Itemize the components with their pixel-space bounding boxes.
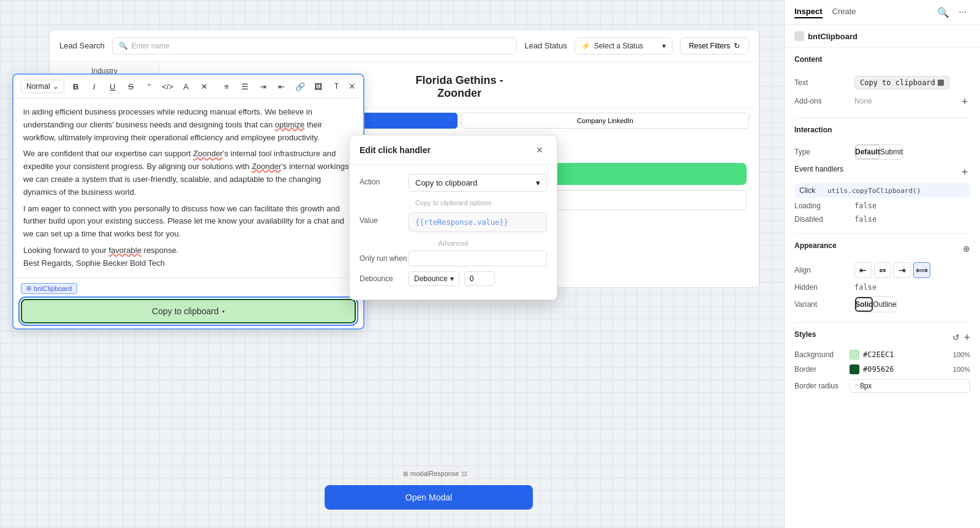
addons-value: None [854,94,872,108]
border-row: Border #095626 100% [794,364,970,374]
lead-status-label: Lead Status [524,41,567,50]
debounce-input[interactable] [464,271,495,286]
border-radius-value: 8px [860,382,872,390]
ol-button[interactable]: ≡ [219,78,235,94]
open-modal-button[interactable]: Open Modal [325,485,533,510]
tab-create[interactable]: Create [832,7,856,18]
more-options-button[interactable]: ··· [956,5,970,20]
disabled-value: false [854,215,876,224]
background-pct: 100% [953,351,970,358]
text-value-tag[interactable]: Copy to clipboard [854,76,949,89]
format-select[interactable]: Normal ⌄ [21,80,64,93]
value-control: {{rteResponse.value}} [409,213,547,232]
action-select[interactable]: Copy to clipboard ▾ [409,174,547,192]
hidden-value: false [854,283,876,292]
editor-component-label: ⊞ bntClipboard [21,283,77,294]
add-addon-button[interactable]: + [959,96,970,107]
underline-button[interactable]: U [105,78,121,94]
background-row: Background #C2EEC1 100% [794,350,970,360]
editor-close-button[interactable]: × [349,79,356,94]
text-row: Text Copy to clipboard [794,76,970,89]
search-icon-button[interactable]: 🔍 [936,5,951,20]
event-handlers-header: Event handlers + [794,165,970,178]
editor-toolbar-2: ≡ ☰ ⇥ ⇤ 🔗 🖼 Ｔ [219,78,345,94]
background-swatch[interactable] [850,350,859,360]
link-button[interactable]: 🔗 [292,78,308,94]
align-center-button[interactable]: ⇔ [874,262,891,278]
align-stretch-button[interactable]: ⟺ [913,262,930,278]
editor-content[interactable]: in aiding efficient business processes w… [13,99,363,277]
options-hint: Copy to clipboard options [360,199,547,206]
strikethrough-button[interactable]: S [123,78,139,94]
indent-button[interactable]: ⇥ [255,78,271,94]
debounce-select[interactable]: Debounce ▾ [409,271,459,286]
lead-header: Lead Search 🔍 Enter name Lead Status ⚡ S… [50,30,759,62]
blockquote-button[interactable]: " [141,78,157,94]
styles-header: Styles ↺ + [794,330,970,345]
border-pct: 100% [953,366,970,373]
align-right-button[interactable]: ⇥ [894,262,911,278]
edit-click-handler-modal: Edit click handler × Action Copy to clip… [349,135,557,300]
variant-outline-option[interactable]: Outline [873,297,896,312]
reset-filters-button[interactable]: Reset Filters ↻ [680,37,749,55]
advanced-divider: Advanced [360,239,547,247]
modal-response-bar: ⊞ modalResponse ⊡ [398,468,472,479]
type-submit-option[interactable]: Submit [880,145,903,159]
outdent-button[interactable]: ⇤ [274,78,290,94]
border-radius-row: Border radius ◜ 8px [794,379,970,393]
component-name-label: bntClipboard [808,32,858,41]
text-editor-modal: Normal ⌄ B I U S " </> A ✕ ≡ ☰ ⇥ ⇤ [12,74,364,330]
clear-format-button[interactable]: ✕ [197,78,213,94]
event-handlers-label: Event handlers [794,165,843,173]
code-button[interactable]: </> [160,78,176,94]
click-handler-row[interactable]: Click utils.copyToClipboard() [794,183,970,198]
border-color-value: #095626 [863,365,953,374]
lead-status-select[interactable]: ⚡ Select a Status ▾ [575,37,673,55]
addons-row: Add-ons None + [794,94,970,108]
styles-reset-button[interactable]: ↺ [952,331,960,344]
image-button[interactable]: 🖼 [311,78,326,94]
clear-all-button[interactable]: Ｔ [329,78,345,94]
variant-row: Variant Solid Outline [794,296,970,312]
bold-button[interactable]: B [68,78,84,94]
background-label: Background [794,350,850,359]
only-run-input[interactable] [409,251,547,266]
italic-button[interactable]: I [86,78,102,94]
variant-solid-option[interactable]: Solid [855,297,873,312]
border-radius-label: Border radius [794,382,850,390]
border-swatch[interactable] [850,364,859,374]
code-square-icon [938,80,944,86]
debounce-control: Debounce ▾ [409,271,495,286]
font-color-button[interactable]: A [178,78,194,94]
value-template-box[interactable]: {{rteResponse.value}} [409,213,547,232]
action-control: Copy to clipboard ▾ [409,174,547,192]
appearance-section-title: Appearance [794,241,837,250]
type-options: Default Submit [854,144,903,160]
add-event-handler-button[interactable]: + [959,166,970,177]
type-default-option[interactable]: Default [855,145,880,159]
copy-to-clipboard-button[interactable]: Copy to clipboard ▪ [21,299,356,323]
value-label: Value [360,213,409,225]
modal-body: Action Copy to clipboard ▾ Copy to clipb… [350,165,557,300]
lead-search-input[interactable]: 🔍 Enter name [112,37,518,55]
border-radius-input-wrap[interactable]: ◜ 8px [850,379,970,393]
tab-inspect[interactable]: Inspect [794,7,823,18]
addons-label: Add-ons [794,97,850,105]
styles-section-title: Styles [794,330,816,339]
appearance-settings-button[interactable]: ⊕ [963,244,970,254]
editor-toolbar: B I U S " </> A ✕ [68,78,213,94]
type-label: Type [794,148,850,156]
ul-button[interactable]: ☰ [237,78,253,94]
debounce-row: Debounce Debounce ▾ [360,271,547,286]
editor-footer: ⊞ bntClipboard Copy to clipboard ▪ [13,277,363,328]
debounce-label: Debounce [360,274,409,283]
align-left-button[interactable]: ⇤ [854,262,872,278]
component-name-row: bntClipboard [785,25,980,48]
disabled-label: Disabled [794,215,850,224]
appearance-section: Appearance ⊕ Align ⇤ ⇔ ⇥ ⟺ Hidden false [794,241,970,312]
styles-add-button[interactable]: + [963,331,970,344]
company-linkedin-tab[interactable]: Company LinkedIn [461,113,749,129]
click-label: Click [799,186,824,195]
modal-close-button[interactable]: × [532,143,547,157]
only-run-label: Only run when [360,254,409,263]
